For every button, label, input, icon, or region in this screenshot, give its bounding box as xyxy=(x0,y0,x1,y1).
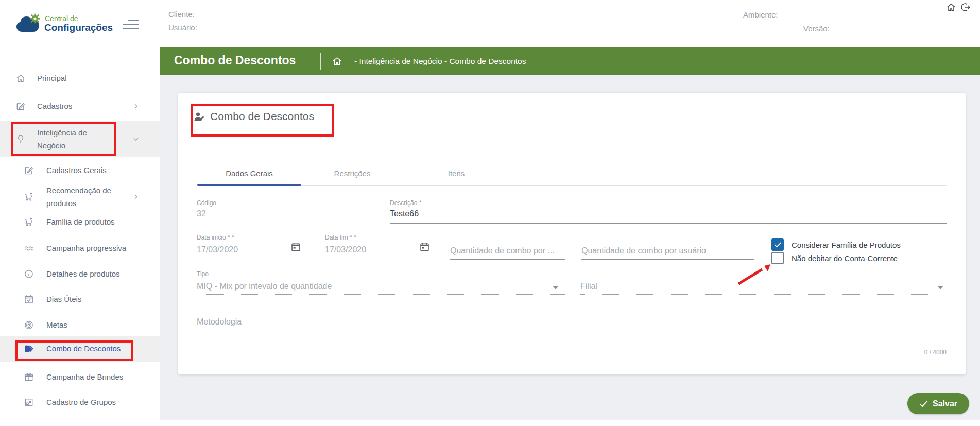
edit-icon xyxy=(15,101,26,111)
breadcrumb: - Inteligência de Negócio - Combo de Des… xyxy=(354,57,526,66)
checkbox-considerar-familia-label[interactable]: Considerar Família de Produtos xyxy=(792,241,901,249)
tipo-label: Tipo xyxy=(197,270,209,278)
brand-logo[interactable]: Central de Configurações xyxy=(15,11,134,37)
data-inicio-value: 17/03/2020 xyxy=(197,245,238,254)
bottom-strip xyxy=(0,420,980,426)
cloud-gear-logo-icon xyxy=(15,12,42,36)
sidebar-item-label: Dias Úteis xyxy=(46,293,81,306)
tab-label: Itens xyxy=(448,169,465,178)
sidebar-item-dias-uteis[interactable]: Dias Úteis xyxy=(0,288,160,311)
filial-underline xyxy=(580,294,945,295)
sidebar-item-detalhes-de-produtos[interactable]: Detalhes de produtos xyxy=(0,263,160,285)
sidebar-nav: Principal Cadastros Inteligência de Negó… xyxy=(0,47,160,420)
tab-label: Restrições xyxy=(334,169,371,178)
sidebar-item-combo-de-descontos[interactable]: Combo de Descontos xyxy=(0,336,160,362)
sidebar-item-label: Campanha progressiva xyxy=(46,242,126,255)
group-icon xyxy=(24,397,34,407)
sidebar-item-label: Detalhes de produtos xyxy=(46,267,120,281)
annotation-arrow xyxy=(735,263,772,286)
app-root: Central de Configurações Cliente: Usuári… xyxy=(0,0,980,426)
active-tab-indicator xyxy=(197,184,301,186)
tipo-dropdown-caret-icon xyxy=(553,286,559,289)
ambiente-label: Ambiente: xyxy=(743,10,778,19)
check-icon xyxy=(919,400,928,407)
sidebar-item-familia-de-produtos[interactable]: Família de produtos xyxy=(0,211,160,233)
sidebar-item-principal[interactable]: Principal xyxy=(0,67,160,90)
metodologia-textarea[interactable]: Metodologia xyxy=(197,317,242,327)
sidebar-item-label: Campanha de Brindes xyxy=(46,370,123,384)
waves-icon xyxy=(24,243,34,253)
descricao-underline xyxy=(390,223,947,224)
checkbox-nao-debitar-label[interactable]: Não debitar do Conta-Corrente xyxy=(792,254,898,263)
tab-restricoes[interactable]: Restrições xyxy=(300,162,404,184)
tab-label: Dados Gerais xyxy=(226,169,273,178)
descricao-label: Descrição * xyxy=(390,199,421,207)
sidebar-item-inteligencia-de-negocio[interactable]: Inteligência de Negócio xyxy=(0,121,160,157)
top-bar: Central de Configurações Cliente: Usuári… xyxy=(0,0,980,47)
sidebar-item-cadastros-gerais[interactable]: Cadastros Gerais xyxy=(0,159,160,182)
calendar-check-icon xyxy=(24,294,34,304)
sidebar-item-label: Cadastros xyxy=(37,99,72,113)
checkbox-nao-debitar[interactable] xyxy=(771,252,784,264)
qtd-combo-underline xyxy=(450,259,565,260)
tabs-baseline xyxy=(197,185,947,186)
sidebar-item-label: Principal xyxy=(37,72,67,85)
chevron-down-icon xyxy=(132,135,140,143)
tipo-underline xyxy=(197,294,565,295)
filial-dropdown-caret-icon xyxy=(937,286,943,289)
combo-descontos-card: Combo de Descontos Dados Gerais Restriçõ… xyxy=(178,93,966,374)
home-icon[interactable] xyxy=(946,2,956,12)
data-fim-value: 17/03/2020 xyxy=(325,245,366,254)
codigo-label: Código xyxy=(197,199,216,207)
sidebar-item-campanha-progressiva[interactable]: Campanha progressiva xyxy=(0,237,160,260)
chevron-right-icon xyxy=(132,102,140,110)
save-button[interactable]: Salvar xyxy=(907,393,969,414)
qtd-combo-input[interactable]: Quantidade de combo por ... xyxy=(450,246,555,255)
home-icon xyxy=(15,73,26,83)
tab-dados-gerais[interactable]: Dados Gerais xyxy=(197,162,301,184)
usuario-label: Usuário: xyxy=(168,23,197,32)
gift-icon xyxy=(24,372,34,382)
sidebar-item-label: Família de produtos xyxy=(46,215,115,229)
calendar-icon[interactable] xyxy=(419,242,430,252)
sidebar-item-recomendacao-de-produtos[interactable]: Recomendação de produtos xyxy=(0,182,160,212)
cart-plus-icon xyxy=(24,217,34,227)
descricao-input[interactable]: Teste66 xyxy=(390,209,419,218)
sidebar-item-campanha-de-brindes[interactable]: Campanha de Brindes xyxy=(0,366,160,388)
sidebar-item-label: Combo de Descontos xyxy=(46,342,121,355)
sidebar-item-cadastros[interactable]: Cadastros xyxy=(0,95,160,117)
data-inicio-label: Data início * * xyxy=(197,234,234,241)
chevron-right-icon xyxy=(132,193,140,201)
edit-icon xyxy=(24,165,34,176)
sidebar-toggle-hamburger-icon[interactable] xyxy=(123,20,139,30)
brand-text-top: Central de xyxy=(45,14,78,23)
data-fim-label: Data fim * * xyxy=(325,234,356,241)
tag-icon xyxy=(24,344,34,354)
checkbox-considerar-familia[interactable] xyxy=(771,238,784,251)
codigo-value: 32 xyxy=(197,209,206,218)
char-counter: 0 / 4000 xyxy=(895,349,947,356)
data-inicio-underline xyxy=(197,259,306,259)
logout-icon[interactable] xyxy=(960,2,971,12)
save-button-label: Salvar xyxy=(933,399,957,408)
qtd-combo-usuario-input[interactable]: Quantidade de combo por usuário xyxy=(581,246,706,255)
sidebar-item-label: Cadastro de Grupos xyxy=(46,396,116,409)
lightbulb-icon xyxy=(15,134,26,144)
sidebar-item-cadastro-de-grupos[interactable]: Cadastro de Grupos xyxy=(0,391,160,414)
sidebar-item-metas[interactable]: Metas xyxy=(0,314,160,336)
calendar-icon[interactable] xyxy=(290,242,301,252)
sidebar-item-label: Metas xyxy=(46,318,67,332)
page-header: Combo de Descontos - Inteligência de Neg… xyxy=(160,47,980,75)
filial-select: Filial xyxy=(580,282,597,291)
cart-plus-icon xyxy=(24,192,34,202)
data-fim-underline xyxy=(325,259,435,259)
brand-text-bottom: Configurações xyxy=(44,22,113,33)
cliente-label: Cliente: xyxy=(168,10,195,19)
qtd-combo-usuario-underline xyxy=(581,259,754,260)
breadcrumb-home-icon[interactable] xyxy=(332,56,342,66)
versao-label: Versão: xyxy=(803,24,830,33)
tab-itens[interactable]: Itens xyxy=(404,162,508,184)
sidebar-item-label: Cadastros Gerais xyxy=(46,164,107,177)
user-edit-icon xyxy=(193,111,205,123)
card-divider xyxy=(178,137,966,137)
